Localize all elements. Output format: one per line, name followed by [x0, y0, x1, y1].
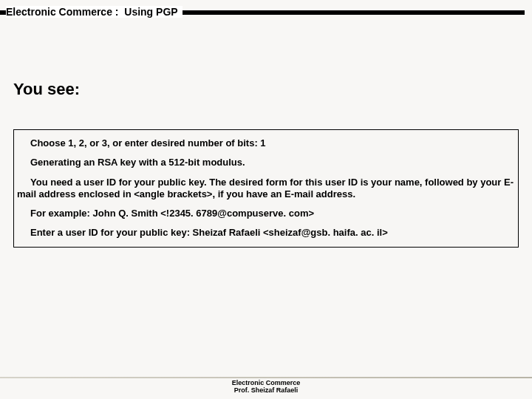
footer-rule: [0, 377, 532, 378]
section-title: You see:: [13, 80, 80, 99]
content-line-2: Generating an RSA key with a 512-bit mod…: [17, 157, 515, 168]
content-line-3: You need a user ID for your public key. …: [17, 177, 515, 201]
content-line-1: Choose 1, 2, or 3, or enter desired numb…: [17, 137, 515, 149]
footer-line-2: Prof. Sheizaf Rafaeli: [0, 387, 532, 395]
slide-footer: Electronic Commerce Prof. Sheizaf Rafael…: [0, 377, 532, 395]
content-box: Choose 1, 2, or 3, or enter desired numb…: [13, 129, 519, 248]
slide-header: Electronic Commerce : Using PGP: [0, 6, 532, 22]
content-line-4: For example: John Q. Smith <!2345. 6789@…: [17, 208, 515, 219]
slide: Electronic Commerce : Using PGP You see:…: [0, 0, 532, 399]
header-title: Electronic Commerce : Using PGP: [6, 6, 183, 18]
content-line-5: Enter a user ID for your public key: She…: [17, 227, 515, 239]
